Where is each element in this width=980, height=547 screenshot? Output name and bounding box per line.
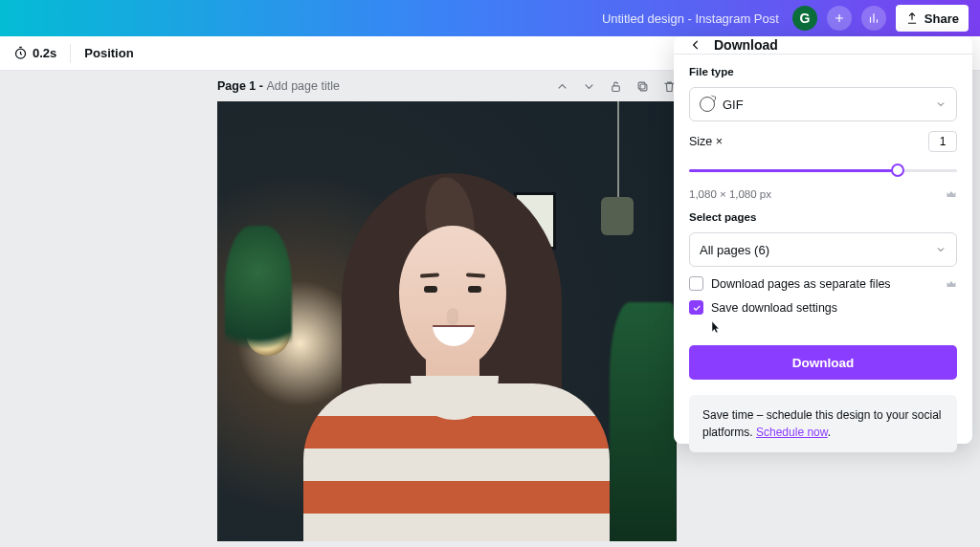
photo-plant-left	[225, 226, 292, 379]
share-button[interactable]: Share	[896, 5, 969, 32]
filetype-value: GIF	[723, 98, 744, 112]
chevron-down-icon	[935, 98, 947, 110]
back-button[interactable]	[687, 36, 704, 54]
separate-files-row: Download pages as separate files	[689, 276, 957, 291]
filetype-select[interactable]: GIF	[689, 87, 957, 121]
unlock-icon	[609, 79, 623, 94]
chevron-left-icon	[689, 38, 702, 52]
copy-icon	[635, 79, 650, 94]
dimensions-text: 1,080 × 1,080 px	[689, 188, 771, 200]
svg-rect-3	[638, 82, 645, 89]
select-pages-label: Select pages	[689, 211, 957, 223]
design-page[interactable]	[217, 101, 677, 541]
collapse-up-button[interactable]	[554, 78, 569, 94]
photo-person	[303, 164, 610, 541]
page-title[interactable]: Page 1 - Add page title	[217, 79, 340, 93]
analytics-button[interactable]	[861, 6, 886, 31]
save-settings-row: Save download settings	[689, 300, 957, 315]
download-panel-header: Download	[674, 36, 972, 55]
pointer-cursor-icon	[708, 320, 722, 334]
lock-button[interactable]	[608, 78, 623, 94]
document-title[interactable]: Untitled design - Instagram Post	[602, 11, 779, 26]
upload-icon	[905, 11, 919, 25]
gif-icon	[700, 97, 715, 112]
download-panel-title: Download	[714, 37, 778, 53]
select-pages-dropdown[interactable]: All pages (6)	[689, 232, 957, 267]
slider-thumb[interactable]	[891, 164, 904, 177]
crown-icon	[946, 188, 957, 200]
size-label: Size ×	[689, 135, 723, 148]
page-actions	[554, 78, 677, 94]
size-slider[interactable]	[689, 162, 957, 179]
save-settings-label: Save download settings	[711, 301, 837, 315]
expand-down-button[interactable]	[581, 78, 596, 94]
user-avatar[interactable]: G	[792, 6, 817, 31]
svg-rect-2	[640, 84, 647, 91]
bar-chart-icon	[867, 11, 880, 25]
save-settings-checkbox[interactable]	[689, 300, 703, 315]
separator	[70, 44, 71, 63]
clock-icon	[13, 46, 28, 60]
plus-icon	[833, 11, 846, 25]
position-button[interactable]: Position	[84, 46, 133, 60]
photo-hanger	[617, 101, 619, 207]
duplicate-button[interactable]	[635, 78, 650, 94]
download-panel: Download File type GIF Size × 1,080 × 1,…	[674, 36, 972, 444]
chevron-down-icon	[935, 244, 947, 255]
size-input[interactable]	[928, 131, 957, 152]
photo-plant-right	[610, 302, 677, 541]
filetype-label: File type	[689, 66, 957, 77]
duration-control[interactable]: 0.2s	[13, 46, 56, 60]
chevron-up-icon	[555, 79, 569, 94]
svg-rect-1	[612, 85, 619, 91]
crown-icon	[946, 278, 957, 290]
schedule-tip: Save time – schedule this design to your…	[689, 395, 957, 452]
download-button[interactable]: Download	[689, 345, 957, 380]
separate-files-checkbox[interactable]	[689, 276, 703, 291]
add-member-button[interactable]	[827, 6, 852, 31]
schedule-now-link[interactable]: Schedule now	[756, 426, 828, 439]
select-pages-value: All pages (6)	[700, 243, 769, 257]
check-icon	[692, 303, 702, 313]
separate-files-label: Download pages as separate files	[711, 277, 891, 291]
app-top-bar: Untitled design - Instagram Post G Share	[0, 0, 980, 36]
page-header: Page 1 - Add page title	[217, 71, 677, 101]
chevron-down-icon	[582, 79, 596, 94]
